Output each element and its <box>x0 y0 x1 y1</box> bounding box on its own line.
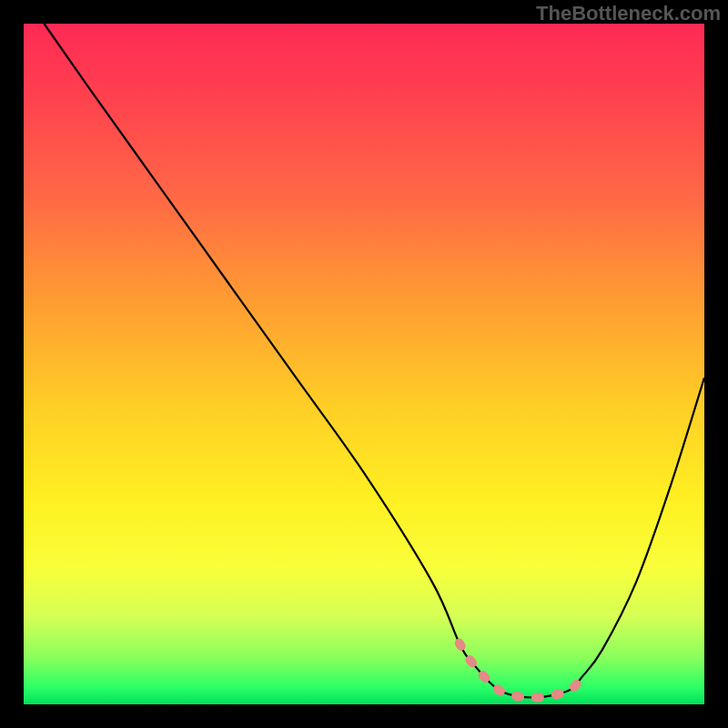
plot-area <box>24 24 704 704</box>
bottleneck-curve-path <box>44 24 704 698</box>
curve-svg <box>24 24 704 704</box>
chart-wrapper: TheBottleneck.com <box>0 0 728 728</box>
watermark-text: TheBottleneck.com <box>536 2 721 25</box>
